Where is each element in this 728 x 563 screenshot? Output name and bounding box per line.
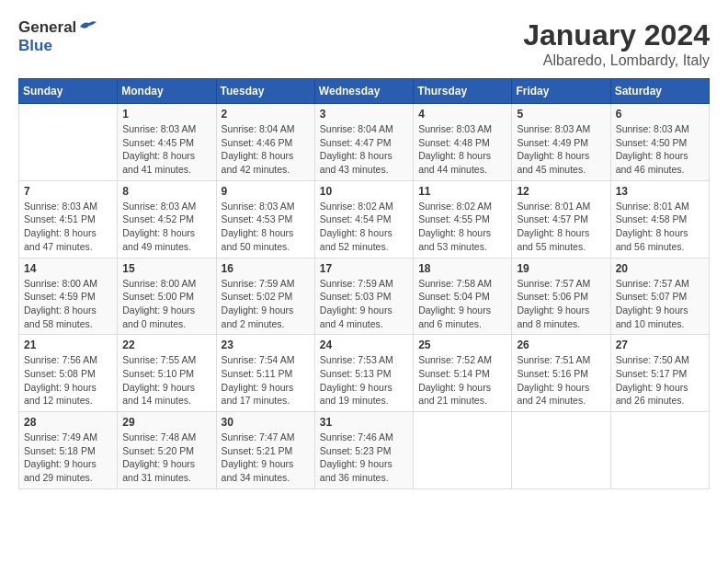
day-cell: 2Sunrise: 8:04 AM Sunset: 4:46 PM Daylig…: [216, 104, 314, 181]
day-number: 21: [24, 339, 112, 351]
day-number: 7: [24, 185, 112, 198]
logo-bird-icon: [78, 19, 98, 34]
day-info: Sunrise: 8:03 AM Sunset: 4:51 PM Dayligh…: [24, 200, 112, 254]
weekday-header-thursday: Thursday: [414, 79, 512, 104]
day-number: 22: [122, 339, 210, 351]
day-info: Sunrise: 8:04 AM Sunset: 4:46 PM Dayligh…: [222, 122, 310, 177]
day-cell: 5Sunrise: 8:03 AM Sunset: 4:49 PM Daylig…: [512, 104, 610, 181]
day-info: Sunrise: 7:49 AM Sunset: 5:18 PM Dayligh…: [24, 431, 112, 485]
day-info: Sunrise: 7:58 AM Sunset: 5:04 PM Dayligh…: [418, 277, 506, 331]
day-info: Sunrise: 7:47 AM Sunset: 5:21 PM Dayligh…: [222, 431, 310, 485]
day-info: Sunrise: 8:04 AM Sunset: 4:47 PM Dayligh…: [320, 122, 408, 177]
day-info: Sunrise: 7:51 AM Sunset: 5:16 PM Dayligh…: [517, 353, 605, 408]
day-number: 8: [122, 185, 210, 198]
day-info: Sunrise: 8:01 AM Sunset: 4:58 PM Dayligh…: [616, 200, 704, 254]
day-cell: 22Sunrise: 7:55 AM Sunset: 5:10 PM Dayli…: [118, 335, 216, 412]
day-info: Sunrise: 7:52 AM Sunset: 5:14 PM Dayligh…: [418, 353, 506, 408]
day-cell: 21Sunrise: 7:56 AM Sunset: 5:08 PM Dayli…: [19, 335, 118, 412]
day-number: 24: [320, 339, 408, 351]
day-cell: 8Sunrise: 8:03 AM Sunset: 4:52 PM Daylig…: [118, 180, 216, 258]
day-number: 28: [24, 416, 112, 429]
day-info: Sunrise: 8:03 AM Sunset: 4:53 PM Dayligh…: [222, 200, 310, 254]
logo-blue-text: Blue: [18, 37, 98, 55]
day-info: Sunrise: 7:59 AM Sunset: 5:02 PM Dayligh…: [222, 277, 310, 331]
day-number: 5: [517, 108, 605, 121]
day-cell: 30Sunrise: 7:47 AM Sunset: 5:21 PM Dayli…: [216, 412, 314, 489]
logo: General Blue: [18, 18, 98, 56]
day-info: Sunrise: 8:03 AM Sunset: 4:48 PM Dayligh…: [418, 122, 506, 177]
day-cell: 9Sunrise: 8:03 AM Sunset: 4:53 PM Daylig…: [216, 180, 314, 258]
calendar-title-area: January 2024 Albaredo, Lombardy, Italy: [523, 18, 710, 69]
day-info: Sunrise: 7:48 AM Sunset: 5:20 PM Dayligh…: [122, 431, 210, 485]
weekday-header-tuesday: Tuesday: [216, 79, 314, 104]
day-cell: [610, 412, 709, 489]
month-title: January 2024: [523, 18, 710, 52]
day-cell: 12Sunrise: 8:01 AM Sunset: 4:57 PM Dayli…: [512, 180, 610, 258]
weekday-header-row: SundayMondayTuesdayWednesdayThursdayFrid…: [19, 79, 710, 104]
day-info: Sunrise: 7:57 AM Sunset: 5:06 PM Dayligh…: [517, 277, 605, 331]
day-number: 31: [320, 416, 408, 429]
day-info: Sunrise: 8:00 AM Sunset: 5:00 PM Dayligh…: [122, 277, 210, 331]
day-number: 6: [616, 108, 704, 121]
day-number: 9: [222, 185, 310, 198]
logo-general-text: General: [18, 18, 76, 37]
day-info: Sunrise: 8:03 AM Sunset: 4:45 PM Dayligh…: [122, 122, 210, 177]
day-number: 3: [320, 108, 408, 121]
location-title: Albaredo, Lombardy, Italy: [523, 52, 710, 69]
week-row-4: 21Sunrise: 7:56 AM Sunset: 5:08 PM Dayli…: [19, 335, 710, 412]
day-info: Sunrise: 8:03 AM Sunset: 4:50 PM Dayligh…: [616, 122, 704, 177]
day-number: 15: [122, 262, 210, 275]
day-cell: 24Sunrise: 7:53 AM Sunset: 5:13 PM Dayli…: [314, 335, 413, 412]
day-number: 29: [122, 416, 210, 429]
day-number: 17: [320, 262, 408, 275]
day-info: Sunrise: 8:03 AM Sunset: 4:49 PM Dayligh…: [517, 122, 605, 177]
day-cell: 19Sunrise: 7:57 AM Sunset: 5:06 PM Dayli…: [512, 258, 610, 335]
day-cell: 18Sunrise: 7:58 AM Sunset: 5:04 PM Dayli…: [414, 258, 512, 335]
day-cell: 29Sunrise: 7:48 AM Sunset: 5:20 PM Dayli…: [118, 412, 216, 489]
day-cell: 28Sunrise: 7:49 AM Sunset: 5:18 PM Dayli…: [19, 412, 118, 489]
day-number: 16: [222, 262, 310, 275]
day-cell: 1Sunrise: 8:03 AM Sunset: 4:45 PM Daylig…: [118, 104, 216, 181]
day-number: 23: [222, 339, 310, 351]
day-cell: 14Sunrise: 8:00 AM Sunset: 4:59 PM Dayli…: [19, 258, 118, 335]
day-info: Sunrise: 7:46 AM Sunset: 5:23 PM Dayligh…: [320, 431, 408, 485]
day-info: Sunrise: 8:03 AM Sunset: 4:52 PM Dayligh…: [122, 200, 210, 254]
day-cell: 27Sunrise: 7:50 AM Sunset: 5:17 PM Dayli…: [610, 335, 709, 412]
day-cell: 17Sunrise: 7:59 AM Sunset: 5:03 PM Dayli…: [314, 258, 413, 335]
week-row-2: 7Sunrise: 8:03 AM Sunset: 4:51 PM Daylig…: [19, 180, 710, 258]
week-row-5: 28Sunrise: 7:49 AM Sunset: 5:18 PM Dayli…: [19, 412, 710, 489]
day-number: 20: [616, 262, 704, 275]
day-cell: 6Sunrise: 8:03 AM Sunset: 4:50 PM Daylig…: [610, 104, 709, 181]
day-number: 10: [320, 185, 408, 198]
day-cell: 25Sunrise: 7:52 AM Sunset: 5:14 PM Dayli…: [414, 335, 512, 412]
day-cell: 23Sunrise: 7:54 AM Sunset: 5:11 PM Dayli…: [216, 335, 314, 412]
day-info: Sunrise: 7:50 AM Sunset: 5:17 PM Dayligh…: [616, 353, 704, 408]
day-info: Sunrise: 8:00 AM Sunset: 4:59 PM Dayligh…: [24, 277, 112, 331]
day-cell: 13Sunrise: 8:01 AM Sunset: 4:58 PM Dayli…: [610, 180, 709, 258]
day-number: 30: [222, 416, 310, 429]
day-number: 25: [418, 339, 506, 351]
day-number: 4: [418, 108, 506, 121]
day-cell: [414, 412, 512, 489]
week-row-3: 14Sunrise: 8:00 AM Sunset: 4:59 PM Dayli…: [19, 258, 710, 335]
day-number: 26: [517, 339, 605, 351]
calendar-table: SundayMondayTuesdayWednesdayThursdayFrid…: [18, 78, 710, 489]
day-number: 11: [418, 185, 506, 198]
day-number: 14: [24, 262, 112, 275]
day-cell: 3Sunrise: 8:04 AM Sunset: 4:47 PM Daylig…: [314, 104, 413, 181]
weekday-header-monday: Monday: [118, 79, 216, 104]
day-info: Sunrise: 8:01 AM Sunset: 4:57 PM Dayligh…: [517, 200, 605, 254]
day-cell: 7Sunrise: 8:03 AM Sunset: 4:51 PM Daylig…: [19, 180, 118, 258]
day-cell: 31Sunrise: 7:46 AM Sunset: 5:23 PM Dayli…: [314, 412, 413, 489]
day-cell: 4Sunrise: 8:03 AM Sunset: 4:48 PM Daylig…: [414, 104, 512, 181]
day-number: 13: [616, 185, 704, 198]
day-cell: [512, 412, 610, 489]
day-cell: 15Sunrise: 8:00 AM Sunset: 5:00 PM Dayli…: [118, 258, 216, 335]
day-cell: 10Sunrise: 8:02 AM Sunset: 4:54 PM Dayli…: [314, 180, 413, 258]
day-info: Sunrise: 7:59 AM Sunset: 5:03 PM Dayligh…: [320, 277, 408, 331]
weekday-header-friday: Friday: [512, 79, 610, 104]
day-info: Sunrise: 7:55 AM Sunset: 5:10 PM Dayligh…: [122, 353, 210, 408]
day-number: 1: [122, 108, 210, 121]
day-number: 19: [517, 262, 605, 275]
day-number: 12: [517, 185, 605, 198]
